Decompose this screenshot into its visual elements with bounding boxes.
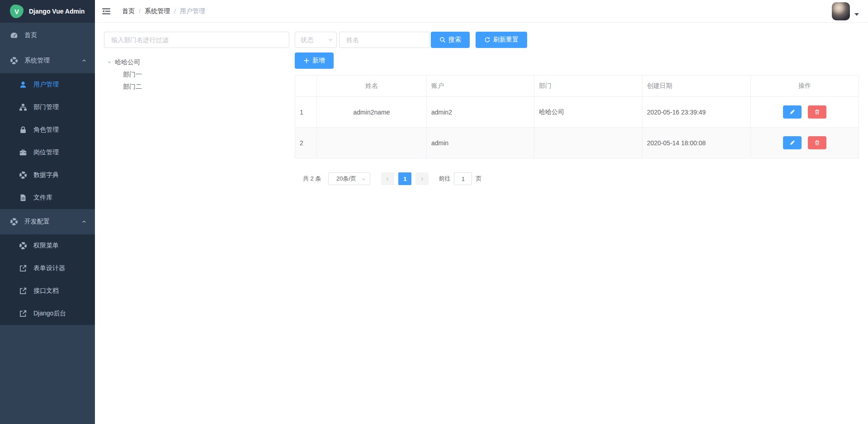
hamburger-collapse-icon[interactable] xyxy=(102,7,111,16)
trash-icon xyxy=(814,109,820,115)
sidebar-item-label: 岗位管理 xyxy=(33,148,59,157)
edit-button[interactable] xyxy=(783,105,802,119)
breadcrumb-current: 用户管理 xyxy=(180,7,205,15)
sidebar-item-label: 角色管理 xyxy=(33,126,59,134)
reset-button-label: 刷新重置 xyxy=(493,36,519,44)
sidebar-item-api-docs[interactable]: 接口文档 xyxy=(0,280,95,302)
add-user-button[interactable]: 新增 xyxy=(295,52,334,69)
org-tree-icon xyxy=(19,103,27,111)
breadcrumb-separator: / xyxy=(139,8,141,15)
sidebar-item-label: 部门管理 xyxy=(33,103,59,111)
lock-icon xyxy=(19,126,27,134)
sidebar-item-django-admin[interactable]: Django后台 xyxy=(0,302,95,325)
dashboard-icon xyxy=(10,31,18,39)
tree-node-child[interactable]: 部门一 xyxy=(104,68,289,81)
component-icon xyxy=(10,57,18,65)
edit-icon xyxy=(789,140,795,146)
briefcase-icon xyxy=(19,148,27,157)
col-header-created: 创建日期 xyxy=(642,76,751,97)
external-link-icon xyxy=(19,310,27,318)
sidebar-item-dictionary[interactable]: 数据字典 xyxy=(0,164,95,186)
cell-created: 2020-05-16 23:39:49 xyxy=(642,97,751,128)
sidebar-item-users[interactable]: 用户管理 xyxy=(0,73,95,96)
goto-label: 前往 xyxy=(439,175,450,183)
filter-toolbar: 搜索 刷新重置 xyxy=(295,32,859,48)
sidebar-item-files[interactable]: 文件库 xyxy=(0,186,95,209)
sidebar-item-posts[interactable]: 岗位管理 xyxy=(0,141,95,164)
col-header-actions: 操作 xyxy=(751,76,859,97)
caret-down-icon[interactable] xyxy=(854,13,859,16)
breadcrumb-system[interactable]: 系统管理 xyxy=(145,7,170,15)
sidebar-group-label: 系统管理 xyxy=(24,57,50,65)
sidebar-group-system[interactable]: 系统管理 xyxy=(0,48,95,73)
tree-node-child[interactable]: 部门二 xyxy=(104,81,289,93)
status-select[interactable] xyxy=(295,32,337,48)
sidebar-group-label: 开发配置 xyxy=(24,218,50,226)
status-select-input[interactable] xyxy=(295,32,337,48)
cell-actions xyxy=(751,128,859,158)
submenu-devconfig: 权限菜单 表单设计器 接口文档 Django后台 xyxy=(0,234,95,325)
sidebar-item-label: 数据字典 xyxy=(33,171,59,179)
sidebar-item-form-designer[interactable]: 表单设计器 xyxy=(0,257,95,280)
refresh-icon xyxy=(484,37,491,43)
submenu-system: 用户管理 部门管理 角色管理 岗位管理 数据字典 xyxy=(0,73,95,209)
name-filter-input[interactable] xyxy=(339,32,429,48)
sidebar-item-label: 权限菜单 xyxy=(33,242,59,250)
tree-node-label: 部门二 xyxy=(123,83,142,91)
main-content: 哈哈公司 部门一 部门二 xyxy=(95,23,868,424)
page-size-value: 20条/页 xyxy=(336,175,356,183)
chevron-right-icon xyxy=(420,176,425,181)
sidebar-item-label: 文件库 xyxy=(33,194,52,202)
search-button[interactable]: 搜索 xyxy=(431,32,470,48)
department-filter-input[interactable] xyxy=(104,32,289,48)
user-icon xyxy=(19,81,27,89)
component-icon xyxy=(10,218,18,226)
page-size-select[interactable]: 20条/页 xyxy=(328,172,370,185)
action-toolbar: 新增 xyxy=(295,52,859,69)
chevron-up-icon xyxy=(81,219,87,224)
delete-button[interactable] xyxy=(808,105,826,119)
sidebar-group-devconfig[interactable]: 开发配置 xyxy=(0,209,95,234)
user-avatar[interactable] xyxy=(832,2,850,20)
sidebar-item-home[interactable]: 首页 xyxy=(0,23,95,48)
breadcrumb-home[interactable]: 首页 xyxy=(122,7,135,15)
external-link-icon xyxy=(19,264,27,272)
sidebar: V Django Vue Admin 首页 系统管理 用户管理 部门管理 xyxy=(0,0,95,424)
tree-node-root[interactable]: 哈哈公司 xyxy=(104,56,289,68)
top-bar: 首页 / 系统管理 / 用户管理 xyxy=(95,0,868,23)
cell-dept xyxy=(534,128,642,158)
cell-name: admin2name xyxy=(317,97,427,128)
topbar-right xyxy=(832,2,859,20)
dict-icon xyxy=(19,171,27,179)
refresh-reset-button[interactable]: 刷新重置 xyxy=(476,32,527,48)
plus-icon xyxy=(303,57,310,64)
users-table: 姓名 账户 部门 创建日期 操作 1 admin2name admin2 哈哈公… xyxy=(295,75,859,158)
search-button-label: 搜索 xyxy=(448,36,461,44)
delete-button[interactable] xyxy=(808,136,826,149)
sidebar-item-label: 接口文档 xyxy=(33,287,59,295)
goto-suffix: 页 xyxy=(476,175,481,183)
table-header-row: 姓名 账户 部门 创建日期 操作 xyxy=(295,76,859,97)
search-icon xyxy=(439,37,446,43)
sidebar-item-departments[interactable]: 部门管理 xyxy=(0,96,95,119)
app-logo[interactable]: V Django Vue Admin xyxy=(0,0,95,23)
table-row: 1 admin2name admin2 哈哈公司 2020-05-16 23:3… xyxy=(295,97,859,128)
page-number-button[interactable]: 1 xyxy=(398,172,411,185)
cell-index: 2 xyxy=(295,128,317,158)
cell-account: admin2 xyxy=(427,97,534,128)
caret-down-icon[interactable] xyxy=(104,60,115,65)
sidebar-item-label: Django后台 xyxy=(33,310,66,318)
cell-actions xyxy=(751,97,859,128)
col-header-index xyxy=(295,76,317,97)
goto-page-input[interactable] xyxy=(454,172,472,185)
chevron-up-icon xyxy=(81,58,87,63)
chevron-left-icon xyxy=(385,176,390,181)
sidebar-item-permission-menu[interactable]: 权限菜单 xyxy=(0,234,95,257)
sidebar-item-roles[interactable]: 角色管理 xyxy=(0,119,95,141)
edit-button[interactable] xyxy=(783,136,802,149)
prev-page-button[interactable] xyxy=(381,172,394,185)
next-page-button[interactable] xyxy=(415,172,429,185)
file-icon xyxy=(19,194,27,202)
cell-name xyxy=(317,128,427,158)
sidebar-item-label: 首页 xyxy=(24,31,37,39)
